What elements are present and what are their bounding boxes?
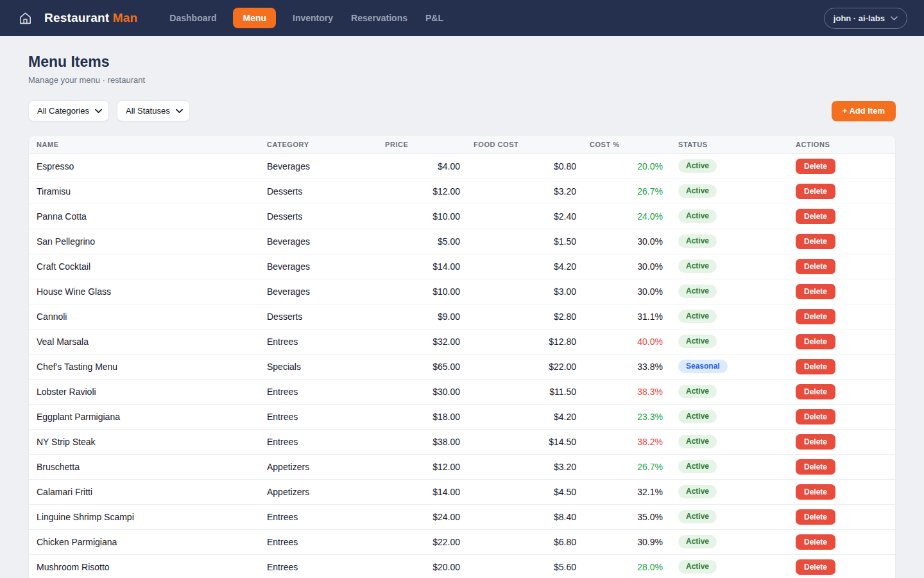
nav-item-menu[interactable]: Menu [233,8,276,28]
item-category: Entrees [267,379,385,404]
delete-button[interactable]: Delete [796,559,835,575]
status-badge: Active [678,310,717,323]
item-price: $5.00 [385,229,460,254]
delete-button[interactable]: Delete [796,409,835,425]
item-food-cost: $14.50 [460,429,576,454]
nav-item-inventory[interactable]: Inventory [291,8,334,28]
item-price: $14.00 [385,254,460,279]
item-name: Craft Cocktail [29,254,267,279]
item-food-cost: $12.80 [460,329,576,354]
item-name: Veal Marsala [29,329,267,354]
table-row: Eggplant Parmigiana Entrees $18.00 $4.20… [29,404,895,429]
column-header-price: Price [385,136,460,153]
nav-item-pl[interactable]: P&L [424,8,445,28]
delete-button[interactable]: Delete [796,159,835,174]
item-name: Cannoli [29,304,267,329]
delete-button[interactable]: Delete [796,259,835,274]
status-badge: Active [678,335,717,348]
item-category: Entrees [267,329,385,354]
status-badge: Active [678,510,717,523]
item-food-cost: $1.50 [460,229,576,254]
status-badge: Active [678,485,717,498]
delete-button[interactable]: Delete [796,284,835,299]
status-badge: Seasonal [678,360,728,373]
add-item-button[interactable]: + Add Item [832,101,896,121]
status-filter-select[interactable]: All Statuses [117,100,190,121]
status-badge: Active [678,285,717,298]
item-category: Desserts [267,204,385,229]
category-filter-wrap: All Categories [28,100,109,121]
column-header-cost-pct: Cost % [576,136,663,153]
table-row: Lobster Ravioli Entrees $30.00 $11.50 38… [29,379,895,404]
column-header-status: Status [663,136,796,153]
item-price: $10.00 [385,279,460,304]
home-icon [18,11,33,26]
delete-button[interactable]: Delete [796,384,835,399]
item-cost-pct: 30.0% [576,254,663,279]
item-price: $32.00 [385,329,460,354]
delete-button[interactable]: Delete [796,534,835,550]
item-food-cost: $2.40 [460,204,576,229]
column-header-category: Category [267,136,385,153]
category-filter-select[interactable]: All Categories [28,100,109,121]
delete-button[interactable]: Delete [796,234,835,249]
item-cost-pct: 30.0% [576,229,663,254]
table-row: Calamari Fritti Appetizers $14.00 $4.50 … [29,479,895,504]
item-cost-pct: 32.1% [576,479,663,504]
delete-button[interactable]: Delete [796,359,835,374]
delete-button[interactable]: Delete [796,334,835,349]
item-category: Entrees [267,504,385,529]
delete-button[interactable]: Delete [796,484,835,500]
item-name: NY Strip Steak [29,429,267,454]
status-badge: Active [678,535,717,548]
item-price: $10.00 [385,204,460,229]
chevron-down-icon [891,16,898,21]
brand-name: Restaurant Man [44,11,137,25]
table-row: Tiramisu Desserts $12.00 $3.20 26.7% Act… [29,179,895,204]
brand[interactable]: Restaurant Man [18,11,137,26]
menu-items-table: Name Category Price Food Cost Cost % Sta… [29,136,895,578]
item-food-cost: $5.60 [460,554,576,578]
item-food-cost: $8.40 [460,504,576,529]
status-filter-wrap: All Statuses [117,100,190,121]
item-cost-pct: 26.7% [576,454,663,479]
status-badge: Active [678,410,717,423]
delete-button[interactable]: Delete [796,434,835,450]
delete-button[interactable]: Delete [796,309,835,324]
item-cost-pct: 38.2% [576,429,663,454]
item-cost-pct: 33.8% [576,354,663,379]
item-food-cost: $3.00 [460,279,576,304]
item-category: Beverages [267,153,385,179]
item-price: $9.00 [385,304,460,329]
status-badge: Active [678,159,717,173]
page-subtitle: Manage your menu · restaurant [28,75,896,85]
item-name: Chef's Tasting Menu [29,354,267,379]
table-row: Craft Cocktail Beverages $14.00 $4.20 30… [29,254,895,279]
table-row: Veal Marsala Entrees $32.00 $12.80 40.0%… [29,329,895,354]
column-header-food-cost: Food Cost [460,136,576,153]
item-food-cost: $11.50 [460,379,576,404]
item-price: $14.00 [385,479,460,504]
status-badge: Active [678,435,717,448]
item-cost-pct: 30.9% [576,529,663,554]
item-category: Entrees [267,404,385,429]
item-category: Specials [267,354,385,379]
item-cost-pct: 30.0% [576,279,663,304]
item-name: San Pellegrino [29,229,267,254]
menu-items-table-card: Name Category Price Food Cost Cost % Sta… [28,135,896,578]
item-price: $12.00 [385,179,460,204]
user-menu-button[interactable]: john · ai-labs [824,8,907,29]
item-category: Beverages [267,229,385,254]
page-title: Menu Items [28,53,896,71]
item-name: Calamari Fritti [29,479,267,504]
delete-button[interactable]: Delete [796,459,835,475]
table-header-row: Name Category Price Food Cost Cost % Sta… [29,136,895,153]
item-cost-pct: 35.0% [576,504,663,529]
delete-button[interactable]: Delete [796,184,835,199]
nav-item-dashboard[interactable]: Dashboard [168,8,218,28]
item-price: $65.00 [385,354,460,379]
item-cost-pct: 24.0% [576,204,663,229]
nav-item-reservations[interactable]: Reservations [350,8,409,28]
delete-button[interactable]: Delete [796,209,835,224]
delete-button[interactable]: Delete [796,509,835,525]
